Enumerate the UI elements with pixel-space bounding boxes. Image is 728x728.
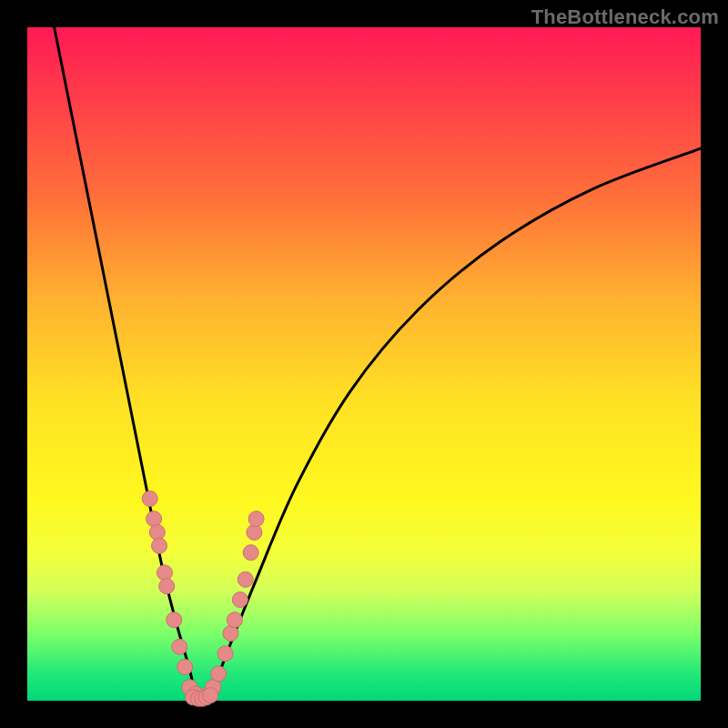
- data-marker: [217, 646, 233, 662]
- watermark-text: TheBottleneck.com: [531, 5, 719, 29]
- data-marker: [142, 491, 157, 507]
- chart-frame: TheBottleneck.com: [0, 0, 728, 728]
- data-marker: [172, 639, 187, 654]
- data-marker: [203, 688, 218, 703]
- data-marker: [147, 511, 162, 527]
- data-marker: [152, 538, 167, 553]
- data-marker: [211, 666, 227, 682]
- chart-svg: [27, 27, 701, 701]
- data-marker: [248, 511, 264, 527]
- data-marker: [167, 612, 182, 628]
- curve-right-limb: [202, 148, 701, 701]
- curve-left-limb: [55, 27, 203, 701]
- data-marker: [159, 579, 175, 594]
- data-marker: [243, 545, 258, 561]
- data-marker: [157, 565, 172, 581]
- data-marker: [227, 612, 242, 628]
- data-marker: [247, 525, 262, 541]
- plot-area: [27, 27, 701, 701]
- data-marker: [232, 592, 248, 608]
- data-marker: [238, 571, 253, 587]
- data-marker: [149, 525, 165, 541]
- data-marker: [177, 660, 193, 675]
